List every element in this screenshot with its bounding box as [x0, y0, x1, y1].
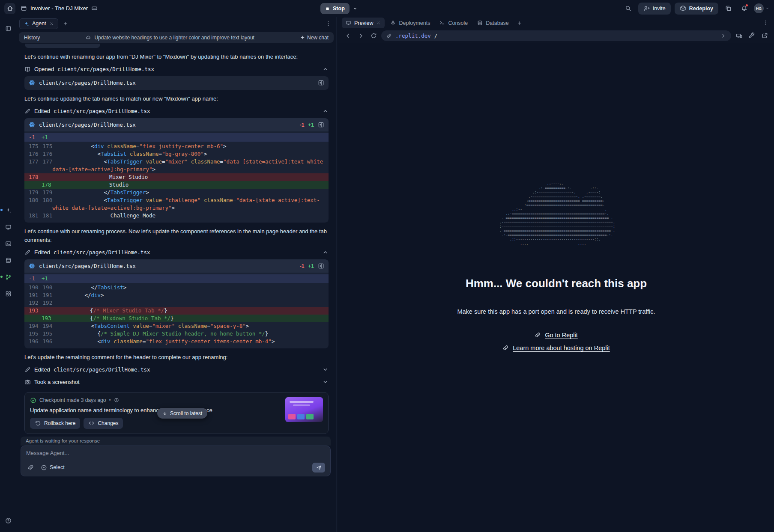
preview-viewport: .:----:. .:-==========-:. .::. .:-======…: [338, 43, 774, 532]
link-icon: [502, 345, 509, 351]
scroll-to-latest-button[interactable]: Scroll to latest: [157, 408, 207, 419]
separator-dot: •: [109, 397, 111, 403]
preview-menu-button[interactable]: [760, 18, 771, 28]
chevron-down-icon[interactable]: [322, 379, 329, 385]
rail-grid-icon[interactable]: [3, 288, 14, 299]
tab-database[interactable]: Database: [473, 18, 513, 28]
rail-help-icon[interactable]: [3, 515, 14, 526]
panels-button[interactable]: [722, 3, 734, 15]
url-input[interactable]: .replit.dev/: [381, 30, 731, 41]
send-icon: [316, 465, 322, 470]
chevron-up-icon[interactable]: [322, 108, 329, 114]
action-row[interactable]: Editedclient/src/pages/DrillHome.tsx: [24, 105, 329, 117]
new-chat-button[interactable]: New chat: [300, 35, 329, 41]
project-title: Involver - The DJ Mixer: [30, 5, 88, 12]
rail-database-icon[interactable]: [3, 255, 14, 266]
close-icon[interactable]: [376, 21, 381, 25]
database-icon: [5, 257, 12, 264]
error-subtitle: Make sure this app has a port open and i…: [457, 308, 655, 315]
project-title-wrap[interactable]: Involver - The DJ Mixer: [21, 5, 98, 12]
attach-button[interactable]: [26, 464, 34, 471]
composer-toolbar: Select: [26, 463, 325, 473]
close-icon[interactable]: [49, 21, 54, 26]
action-row[interactable]: Editedclient/src/pages/DrillHome.tsx: [24, 364, 329, 376]
edit-icon: [24, 366, 31, 373]
open-pane-icon[interactable]: [318, 80, 324, 86]
devices-button[interactable]: [734, 31, 744, 41]
tab-console[interactable]: Console: [436, 18, 472, 28]
select-element-button[interactable]: Select: [41, 464, 65, 471]
checkpoint-thumbnail[interactable]: [285, 397, 323, 422]
history-current-chat[interactable]: Update website headings to use a lighter…: [40, 35, 300, 41]
open-external-button[interactable]: [759, 31, 770, 41]
notifications-button[interactable]: [738, 3, 750, 15]
tab-deployments[interactable]: Deployments: [386, 18, 434, 28]
agent-message-text: Let's continue with renaming our app fro…: [24, 53, 329, 61]
redeploy-button[interactable]: Redeploy: [675, 3, 718, 15]
pane-icon: [5, 25, 12, 32]
action-row[interactable]: Editedclient/src/pages/DrillHome.tsx: [24, 246, 329, 258]
clock-icon: [114, 398, 119, 403]
book-open-icon: [24, 66, 31, 72]
diff-header[interactable]: client/src/pages/DrillHome.tsx-1+1: [24, 259, 329, 273]
error-link[interactable]: Go to Replit: [535, 332, 578, 339]
diff-header[interactable]: client/src/pages/DrillHome.tsx-1+1: [24, 118, 329, 131]
rail-pane-icon[interactable]: [3, 23, 14, 34]
agent-menu-button[interactable]: [323, 18, 333, 29]
code-content: </TabsTrigger>: [52, 189, 329, 196]
history-button[interactable]: History: [24, 35, 40, 41]
search-button[interactable]: [622, 3, 634, 15]
new-line-number: 194: [39, 322, 53, 330]
action-row[interactable]: Openedclient/src/pages/DrillHome.tsx: [24, 63, 329, 75]
chat-stream[interactable]: Let's continue with renaming our app fro…: [16, 43, 336, 434]
added-count: +1: [308, 122, 314, 128]
back-button[interactable]: [343, 31, 353, 41]
action-row[interactable]: Took a screenshot: [24, 376, 329, 388]
rail-terminal-icon[interactable]: [3, 238, 14, 249]
changes-button[interactable]: Changes: [84, 418, 123, 429]
chevron-up-icon[interactable]: [322, 249, 329, 256]
open-pane-icon[interactable]: [318, 263, 324, 269]
new-line-number: 180: [39, 196, 53, 204]
send-button[interactable]: [312, 463, 325, 473]
chevron-down-icon[interactable]: [322, 366, 329, 373]
tab-label: Database: [486, 20, 509, 26]
rollback-button[interactable]: Rollback here: [30, 418, 80, 429]
tab-label: Preview: [354, 20, 373, 26]
checkpoint-meta: Checkpoint made 3 days ago•: [30, 397, 280, 404]
devtools-button[interactable]: [747, 31, 757, 41]
agent-message-text: Let's continue updating the tab names to…: [24, 95, 329, 103]
invite-button[interactable]: Invite: [638, 3, 671, 15]
stop-button[interactable]: Stop: [320, 3, 350, 14]
tab-agent[interactable]: Agent: [19, 18, 58, 29]
select-label: Select: [50, 464, 65, 470]
go-arrow-icon[interactable]: [720, 33, 726, 39]
message-input-card[interactable]: Message Agent... Select: [21, 446, 331, 476]
open-pane-icon[interactable]: [318, 122, 324, 128]
rail-git-branch-icon[interactable]: [3, 271, 14, 282]
chevron-up-icon[interactable]: [322, 66, 329, 72]
url-path: /: [434, 33, 438, 39]
new-pane-button[interactable]: [514, 18, 525, 28]
home-button[interactable]: [4, 3, 15, 14]
stop-icon: [325, 6, 330, 11]
edit-icon: [24, 249, 31, 256]
error-link[interactable]: Learn more about hosting on Replit: [502, 345, 610, 351]
file-chip[interactable]: client/src/pages/DrillHome.tsx: [24, 76, 329, 90]
chat-title: Update website headings to use a lighter…: [94, 35, 254, 41]
rail-sparkles-icon[interactable]: [3, 205, 14, 216]
new-tab-button[interactable]: [60, 18, 71, 29]
refresh-button[interactable]: [368, 31, 379, 41]
run-options-caret[interactable]: [351, 3, 359, 14]
forward-button[interactable]: [356, 31, 366, 41]
rail-bottom: [3, 515, 14, 526]
monitor-icon: [5, 224, 12, 230]
diff-line: 196196 <div className="flex justify-cent…: [24, 338, 329, 345]
account-menu[interactable]: HG: [754, 3, 770, 13]
paperclip-icon: [27, 464, 33, 471]
file-path: client/src/pages/DrillHome.tsx: [54, 249, 150, 256]
new-line-number: +1: [37, 134, 50, 141]
tab-preview[interactable]: Preview: [342, 18, 385, 28]
rail-monitor-icon[interactable]: [3, 221, 14, 232]
message-input[interactable]: Message Agent...: [26, 450, 325, 456]
